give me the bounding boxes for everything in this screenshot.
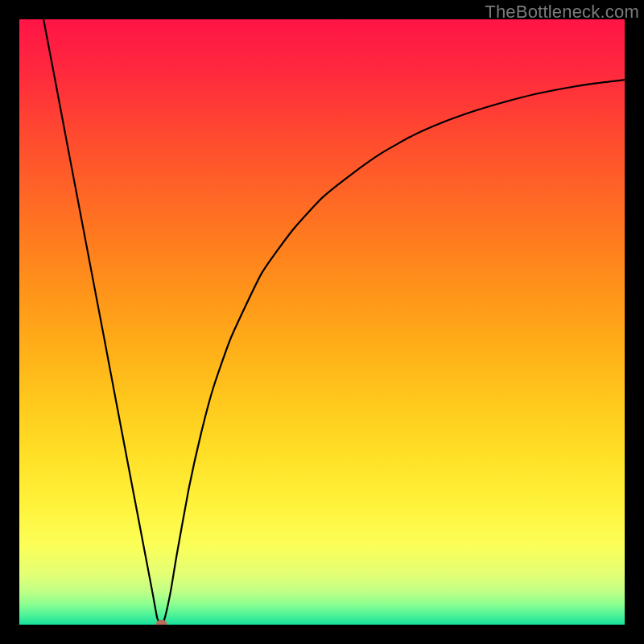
bottleneck-curve-chart bbox=[19, 19, 625, 625]
chart-background bbox=[19, 19, 625, 625]
plot-area bbox=[19, 19, 625, 625]
watermark-text: TheBottleneck.com bbox=[485, 2, 639, 23]
chart-frame: TheBottleneck.com bbox=[0, 0, 644, 644]
